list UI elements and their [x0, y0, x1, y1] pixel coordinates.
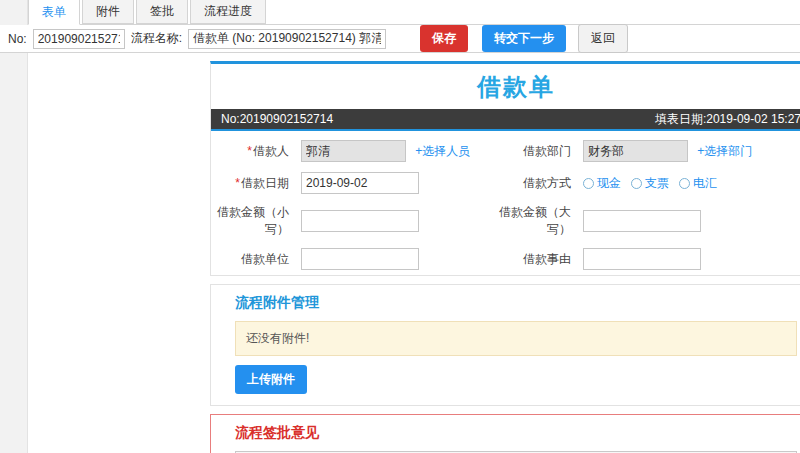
- form-row: 借款单位 借款事由: [211, 243, 800, 275]
- loan-method-label: 借款方式: [523, 176, 571, 190]
- loan-unit-input[interactable]: [301, 248, 419, 270]
- tab-bar: 表单 附件 签批 流程进度: [28, 0, 800, 25]
- no-label: No:: [8, 32, 27, 46]
- select-person-link[interactable]: +选择人员: [415, 144, 470, 158]
- loan-reason-input[interactable]: [583, 248, 701, 270]
- loan-form-panel: 借款单 No:20190902152714 填表日期:2019-09-02 15…: [210, 61, 800, 276]
- loan-method-radio-group: 现金 支票 电汇: [583, 175, 717, 192]
- loan-date-label: 借款日期: [241, 176, 289, 190]
- form-title: 借款单: [211, 64, 800, 109]
- amount-uppercase-label: 借款金额（大写）: [499, 205, 571, 236]
- radio-wire-transfer[interactable]: 电汇: [679, 175, 717, 192]
- loan-date-input[interactable]: [301, 172, 419, 194]
- radio-icon: [583, 178, 594, 189]
- back-button[interactable]: 返回: [578, 24, 628, 53]
- form-row: *借款人 +选择人员 借款部门 +选择部门: [211, 135, 800, 167]
- loan-unit-label: 借款单位: [241, 252, 289, 266]
- radio-cash-label: 现金: [597, 175, 621, 192]
- form-number: No:20190902152714: [221, 112, 333, 126]
- department-input[interactable]: [583, 140, 688, 162]
- radio-cash[interactable]: 现金: [583, 175, 621, 192]
- tab-form[interactable]: 表单: [28, 0, 80, 25]
- amount-lowercase-input[interactable]: [301, 210, 419, 232]
- form-header-bar: No:20190902152714 填表日期:2019-09-02 15:27:…: [211, 109, 800, 131]
- save-button[interactable]: 保存: [420, 25, 468, 52]
- required-mark: *: [235, 176, 240, 190]
- attachments-title: 流程附件管理: [211, 285, 800, 312]
- tab-attachments[interactable]: 附件: [82, 0, 134, 24]
- department-label: 借款部门: [523, 144, 571, 158]
- no-attachments-notice: 还没有附件!: [235, 321, 797, 356]
- radio-icon: [631, 178, 642, 189]
- form-row: *借款日期 借款方式 现金 支票: [211, 167, 800, 199]
- next-step-button[interactable]: 转交下一步: [482, 25, 566, 52]
- main-content: 借款单 No:20190902152714 填表日期:2019-09-02 15…: [210, 53, 800, 453]
- amount-lowercase-label: 借款金额（小写）: [217, 205, 289, 236]
- select-department-link[interactable]: +选择部门: [697, 144, 752, 158]
- borrower-input[interactable]: [301, 140, 406, 162]
- tab-process-progress[interactable]: 流程进度: [190, 0, 266, 24]
- approval-title: 流程签批意见: [211, 415, 800, 442]
- collapsed-sidebar: [0, 0, 28, 453]
- process-name-label: 流程名称:: [131, 30, 182, 47]
- toolbar: No: 流程名称: 保存 转交下一步 返回: [0, 25, 800, 53]
- borrower-label: 借款人: [253, 144, 289, 158]
- no-input[interactable]: [33, 29, 125, 49]
- radio-check[interactable]: 支票: [631, 175, 669, 192]
- radio-icon: [679, 178, 690, 189]
- upload-attachment-button[interactable]: 上传附件: [235, 365, 307, 394]
- loan-form-fields: *借款人 +选择人员 借款部门 +选择部门 *借款日期: [211, 135, 800, 275]
- radio-check-label: 支票: [645, 175, 669, 192]
- form-fill-date: 填表日期:2019-09-02 15:27:1: [655, 111, 800, 128]
- amount-uppercase-input[interactable]: [583, 210, 701, 232]
- form-row: 借款金额（小写） 借款金额（大写）: [211, 199, 800, 243]
- radio-wire-transfer-label: 电汇: [693, 175, 717, 192]
- approval-panel: 流程签批意见 B I abc ab✓ ⚓ ⚑ 1≡ •≡ ⇤ ⇥ “ 样式: [210, 414, 800, 453]
- attachments-panel: 流程附件管理 还没有附件! 上传附件: [210, 284, 800, 406]
- loan-reason-label: 借款事由: [523, 252, 571, 266]
- tab-approval[interactable]: 签批: [136, 0, 188, 24]
- required-mark: *: [247, 144, 252, 158]
- process-name-input[interactable]: [188, 29, 386, 49]
